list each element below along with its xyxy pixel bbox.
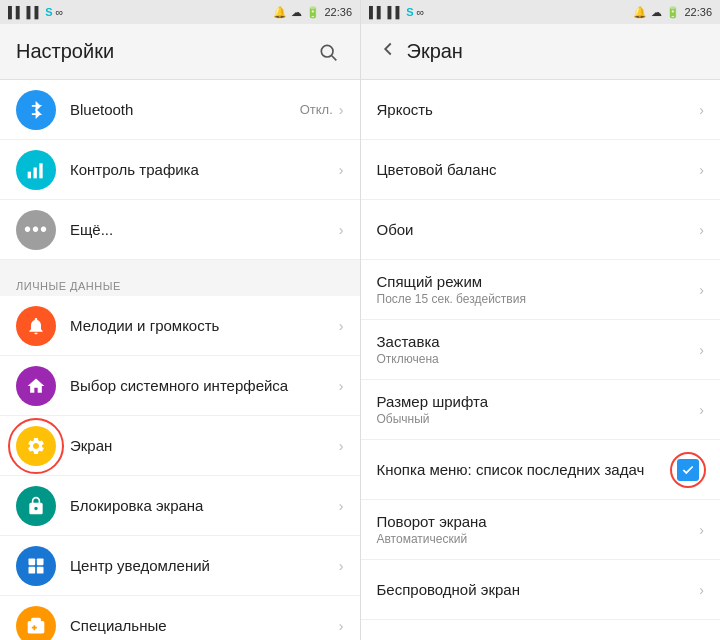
settings-item-wireless[interactable]: Беспроводной экран › [361, 560, 721, 620]
screensaver-content: Заставка Отключена [377, 333, 700, 366]
section-gap-1 [0, 260, 360, 268]
special-content: Специальные [70, 617, 339, 634]
lock-icon-bg [16, 486, 56, 526]
settings-item-more[interactable]: ••• Ещё... › [0, 200, 360, 260]
notifications-content: Центр уведомлений [70, 557, 339, 574]
settings-item-bluetooth[interactable]: Bluetooth Откл. › [0, 80, 360, 140]
bell-icon [26, 316, 46, 336]
settings-item-ringtone[interactable]: Мелодии и громкость › [0, 296, 360, 356]
settings-item-sleepmode[interactable]: Спящий режим После 15 сек. бездействия › [361, 260, 721, 320]
settings-item-colorbalance[interactable]: Цветовой баланс › [361, 140, 721, 200]
svg-line-1 [331, 55, 336, 60]
screensaver-chevron: › [699, 342, 704, 358]
s-icon: S [45, 6, 52, 18]
time-right: 22:36 [684, 6, 712, 18]
notification-center-icon [26, 556, 46, 576]
menubutton-title: Кнопка меню: список последних задач [377, 461, 673, 478]
back-icon [377, 38, 399, 60]
colorbalance-chevron: › [699, 162, 704, 178]
ringtone-chevron: › [339, 318, 344, 334]
section-label-personal: ЛИЧНЫЕ ДАННЫЕ [0, 268, 360, 296]
more-icon-bg: ••• [16, 210, 56, 250]
lock-icon [26, 496, 46, 516]
screensaver-subtitle: Отключена [377, 352, 700, 366]
settings-item-screensaver[interactable]: Заставка Отключена › [361, 320, 721, 380]
bluetooth-value: Откл. [300, 102, 333, 117]
infinity-icon-r: ∞ [417, 6, 425, 18]
interface-right: › [339, 378, 344, 394]
interface-chevron: › [339, 378, 344, 394]
fontsize-title: Размер шрифта [377, 393, 700, 410]
settings-item-brightness[interactable]: Яркость › [361, 80, 721, 140]
fontsize-subtitle: Обычный [377, 412, 700, 426]
bluetooth-content: Bluetooth [70, 101, 300, 118]
more-title: Ещё... [70, 221, 339, 238]
traffic-right: › [339, 162, 344, 178]
settings-item-special[interactable]: Специальные › [0, 596, 360, 640]
rotation-subtitle: Автоматический [377, 532, 700, 546]
colorbalance-content: Цветовой баланс [377, 161, 700, 178]
colorbalance-right: › [699, 162, 704, 178]
time-left: 22:36 [324, 6, 352, 18]
interface-content: Выбор системного интерфейса [70, 377, 339, 394]
settings-item-interface[interactable]: Выбор системного интерфейса › [0, 356, 360, 416]
right-header: Экран [361, 24, 721, 80]
traffic-icon-bg [16, 150, 56, 190]
home-icon [26, 376, 46, 396]
wireless-chevron: › [699, 582, 704, 598]
settings-item-traffic[interactable]: Контроль трафика › [0, 140, 360, 200]
screen-title: Экран [70, 437, 339, 454]
search-button[interactable] [312, 36, 344, 68]
status-bar-left: ▌▌ ▌▌ S ∞ 🔔 ☁ 🔋 22:36 [0, 0, 360, 24]
brightness-title: Яркость [377, 101, 700, 118]
right-settings-list: Яркость › Цветовой баланс › Обои › [361, 80, 721, 640]
fontsize-content: Размер шрифта Обычный [377, 393, 700, 426]
rotation-title: Поворот экрана [377, 513, 700, 530]
settings-item-menubutton[interactable]: Кнопка меню: список последних задач [361, 440, 721, 500]
left-panel: Настройки Bluetooth Откл. › [0, 24, 360, 640]
colorbalance-title: Цветовой баланс [377, 161, 700, 178]
brightness-right: › [699, 102, 704, 118]
svg-rect-8 [37, 566, 44, 573]
cloud-icon: ☁ [291, 6, 302, 19]
traffic-content: Контроль трафика [70, 161, 339, 178]
lock-right: › [339, 498, 344, 514]
settings-item-fontsize[interactable]: Размер шрифта Обычный › [361, 380, 721, 440]
settings-item-notifications[interactable]: Центр уведомлений › [0, 536, 360, 596]
screen-icon-bg [16, 426, 56, 466]
briefcase-icon [26, 616, 46, 636]
sleepmode-right: › [699, 282, 704, 298]
settings-item-events[interactable]: Индикатор событий › [361, 620, 721, 640]
menubutton-right [672, 454, 704, 486]
brightness-content: Яркость [377, 101, 700, 118]
wireless-content: Беспроводной экран [377, 581, 700, 598]
back-button[interactable] [377, 38, 399, 65]
sleepmode-chevron: › [699, 282, 704, 298]
more-chevron: › [339, 222, 344, 238]
wireless-title: Беспроводной экран [377, 581, 700, 598]
status-bar-right: ▌▌ ▌▌ S ∞ 🔔 ☁ 🔋 22:36 [360, 0, 720, 24]
notifications-icon-bg [16, 546, 56, 586]
settings-item-screen[interactable]: Экран › [0, 416, 360, 476]
battery-icon-r: 🔋 [666, 6, 680, 19]
rotation-right: › [699, 522, 704, 538]
bluetooth-right: Откл. › [300, 102, 344, 118]
more-dots-icon: ••• [24, 218, 48, 241]
right-panel-title: Экран [407, 40, 705, 63]
wallpaper-right: › [699, 222, 704, 238]
settings-item-rotation[interactable]: Поворот экрана Автоматический › [361, 500, 721, 560]
bluetooth-icon [26, 100, 46, 120]
settings-item-wallpaper[interactable]: Обои › [361, 200, 721, 260]
sleepmode-title: Спящий режим [377, 273, 700, 290]
bluetooth-title: Bluetooth [70, 101, 300, 118]
checkbox-highlight-circle [670, 452, 706, 488]
settings-item-lock[interactable]: Блокировка экрана › [0, 476, 360, 536]
rotation-chevron: › [699, 522, 704, 538]
rotation-content: Поворот экрана Автоматический [377, 513, 700, 546]
signal-icon-1: ▌▌ [8, 6, 24, 18]
battery-icon: 🔋 [306, 6, 320, 19]
wireless-right: › [699, 582, 704, 598]
infinity-icon: ∞ [56, 6, 64, 18]
more-right: › [339, 222, 344, 238]
alarm-icon-r: 🔔 [633, 6, 647, 19]
